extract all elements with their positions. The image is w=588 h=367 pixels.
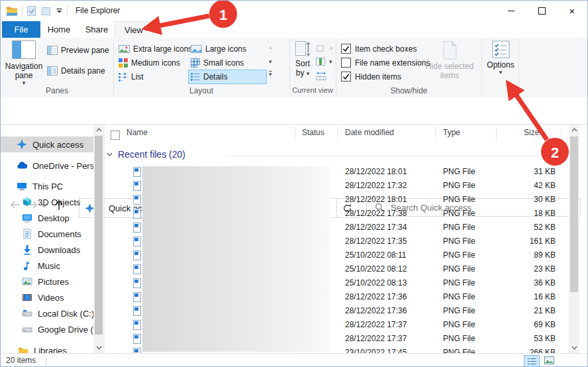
file-row[interactable]: 25/10/2022 08:12 PNG File 23 KB (104, 262, 567, 276)
tab-share[interactable]: Share (78, 21, 115, 38)
hide-selected-items-button-disabled[interactable]: Hide selected items (423, 40, 476, 80)
tab-file[interactable]: File (2, 21, 40, 38)
sidebar-item-pictures[interactable]: Pictures (1, 274, 93, 289)
size-columns-to-fit-button[interactable] (316, 69, 326, 82)
customize-qat-dropdown-icon[interactable] (56, 8, 63, 14)
column-divider[interactable] (337, 127, 338, 141)
file-row[interactable]: 28/12/2022 17:36 PNG File 16 KB (104, 290, 567, 304)
sidebar-item-local-disk-c[interactable]: Local Disk (C:) (1, 305, 93, 321)
file-row[interactable]: 25/10/2022 08:13 PNG File 36 KB (104, 276, 567, 290)
tab-view[interactable]: View (115, 21, 153, 38)
file-row[interactable]: 28/12/2022 17:38 PNG File 18 KB (104, 207, 567, 221)
file-row[interactable]: 28/12/2022 17:36 PNG File 21 KB (104, 304, 567, 318)
png-file-icon (133, 209, 141, 219)
column-header-type[interactable]: Type (443, 128, 460, 137)
file-row[interactable]: 25/10/2022 08:11 PNG File 89 KB (104, 248, 567, 262)
details-view-toggle[interactable] (524, 355, 540, 367)
file-row[interactable]: 23/10/2022 17:45 PNG File 266 KB (104, 346, 567, 353)
sidebar-scroll-down-icon[interactable] (93, 342, 104, 353)
window-title: File Explorer (75, 6, 120, 15)
list-button[interactable]: List (119, 70, 144, 83)
hidden-items-checkbox[interactable]: Hidden items (341, 72, 401, 81)
extra-large-icons-button[interactable]: Extra large icons (119, 42, 192, 56)
navigation-pane-label: Navigation pane (5, 62, 43, 80)
documents-icon (22, 229, 32, 239)
details-view-button-selected[interactable]: Details (188, 70, 267, 84)
layout-scroll-down-icon[interactable]: ▾ (269, 59, 272, 65)
close-button[interactable]: × (557, 1, 587, 21)
column-header-name[interactable]: Name (126, 128, 148, 137)
file-row[interactable]: 28/12/2022 17:34 PNG File 52 KB (104, 221, 567, 235)
file-date-modified: 25/10/2022 08:13 (345, 278, 407, 288)
preview-pane-button[interactable]: Preview pane (47, 44, 109, 57)
sidebar-scroll-up-icon[interactable] (93, 125, 104, 135)
sidebar-item-music[interactable]: Music (1, 258, 93, 274)
thumbnail-view-toggle[interactable] (542, 355, 556, 366)
group-by-button[interactable]: ▾ (316, 42, 333, 55)
select-all-checkbox[interactable] (111, 131, 120, 140)
checkbox-checked-icon (341, 72, 351, 81)
column-header-status[interactable]: Status (302, 128, 324, 137)
sidebar-item-downloads[interactable]: Downloads (1, 242, 93, 258)
explorer-folder-icon[interactable] (6, 5, 18, 16)
preview-pane-label: Preview pane (61, 46, 109, 55)
column-divider[interactable] (496, 127, 497, 141)
sidebar-item-google-drive[interactable]: Google Drive (G:) (1, 321, 93, 337)
add-columns-button[interactable]: ▾ (316, 55, 332, 68)
layout-more-icon[interactable]: ▾ (269, 71, 272, 78)
sidebar-item-desktop[interactable]: Desktop (1, 210, 93, 226)
status-bar: 20 items | (1, 353, 587, 367)
column-header-size[interactable]: Size (524, 128, 539, 137)
file-list-scroll-down-icon[interactable] (569, 342, 579, 353)
file-size: 89 KB (503, 250, 556, 260)
layout-scroll-up-icon[interactable]: ▴ (269, 44, 272, 50)
sidebar-item-label: Desktop (38, 213, 70, 223)
file-date-modified: 23/10/2022 17:45 (345, 348, 407, 353)
local-disk-icon (22, 308, 32, 319)
large-icons-button[interactable]: Large icons (191, 42, 246, 56)
new-folder-icon[interactable] (41, 6, 52, 16)
file-row[interactable]: 28/12/2022 17:32 PNG File 42 KB (104, 179, 567, 193)
annotation-badge-2-label: 2 (551, 144, 559, 161)
sidebar-item-documents[interactable]: Documents (1, 226, 93, 242)
file-list-scroll-up-icon[interactable] (569, 125, 579, 135)
sort-by-button[interactable]: Sort by ▾ (292, 40, 313, 78)
file-row[interactable]: 28/12/2022 17:37 PNG File 69 KB (104, 318, 567, 332)
sidebar-item-onedrive[interactable]: OneDrive - Personal (1, 158, 93, 174)
column-divider[interactable] (295, 127, 295, 141)
file-row[interactable]: 28/12/2022 18:01 PNG File 31 KB (104, 165, 567, 179)
column-header-date-modified[interactable]: Date modified (345, 128, 394, 137)
file-row[interactable]: 28/12/2022 17:35 PNG File 161 KB (104, 235, 567, 248)
item-check-boxes-checkbox[interactable]: Item check boxes (341, 44, 416, 54)
videos-icon (22, 292, 32, 303)
file-list-scrollbar-thumb[interactable] (570, 136, 578, 292)
file-size: 161 KB (503, 236, 556, 246)
sidebar-item-videos[interactable]: Videos (1, 289, 93, 305)
sidebar-item-this-pc[interactable]: This PC (1, 178, 93, 194)
dropdown-arrow-icon: ▾ (23, 80, 26, 86)
tab-home[interactable]: Home (40, 21, 77, 38)
details-pane-button[interactable]: Details pane (47, 64, 105, 78)
navigation-bar: Quick access (1, 97, 587, 124)
thumbnail-view-toggle-icon (544, 356, 554, 364)
file-row[interactable]: 28/12/2022 18:01 PNG File 30 KB (104, 193, 567, 207)
options-button[interactable]: Options ▾ (484, 40, 517, 76)
medium-icons-button[interactable]: Medium icons (119, 56, 180, 70)
group-collapse-chevron-icon (107, 152, 113, 156)
qat-separator (22, 5, 23, 16)
file-name-extensions-checkbox[interactable]: File name extensions (341, 58, 430, 68)
maximize-button[interactable] (526, 1, 557, 21)
column-divider[interactable] (561, 127, 562, 141)
close-icon: × (569, 6, 575, 16)
file-explorer-window: File Explorer × File Home Share View ? N… (0, 0, 588, 367)
group-header-recent-files[interactable]: Recent files (20) (107, 149, 185, 160)
sidebar-item-quick-access[interactable]: Quick access (1, 136, 93, 152)
small-icons-button[interactable]: Small icons (191, 56, 244, 70)
file-row[interactable]: 28/12/2022 17:37 PNG File 53 KB (104, 332, 567, 346)
properties-icon[interactable] (26, 5, 37, 17)
minimize-button[interactable] (496, 1, 526, 21)
sidebar-scrollbar-thumb[interactable] (95, 136, 103, 335)
navigation-pane-button[interactable]: Navigation pane ▾ (5, 40, 43, 86)
column-divider[interactable] (435, 127, 436, 141)
sidebar-item-3d-objects[interactable]: 3D Objects (1, 194, 93, 210)
